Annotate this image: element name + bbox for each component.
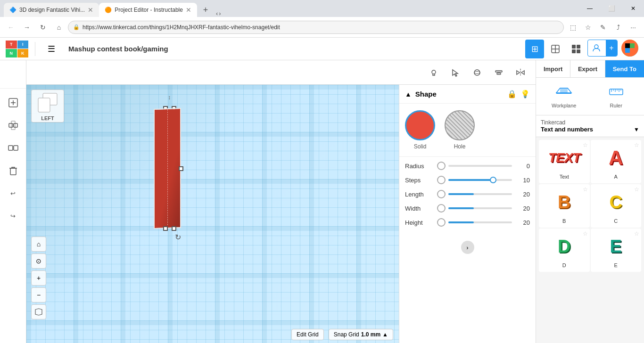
hamburger-menu-button[interactable]: ☰ [42, 40, 61, 58]
workplane-button[interactable]: Workplane [540, 82, 588, 111]
snap-grid-dropdown-icon[interactable]: ▲ [382, 331, 388, 338]
home-button[interactable]: ⌂ [52, 20, 66, 34]
back-button[interactable]: ← [4, 20, 18, 34]
handle-bottom-left[interactable] [163, 226, 168, 231]
width-knob[interactable] [437, 204, 446, 212]
view-cube-box[interactable]: LEFT [31, 90, 64, 122]
radius-knob[interactable] [437, 162, 446, 170]
gallery-button[interactable] [567, 40, 586, 58]
tab-scroll-right[interactable]: › [219, 10, 221, 17]
fit-view-button[interactable]: ⊙ [31, 253, 46, 269]
home-view-button[interactable]: ⌂ [31, 237, 46, 252]
light-toggle-button[interactable] [424, 63, 443, 82]
nav-bar: ← → ↻ ⌂ 🔒 https://www.tinkercad.com/thin… [0, 17, 644, 38]
new-tab-button[interactable]: + [197, 3, 214, 17]
new-shape-button[interactable] [3, 92, 24, 113]
share-button[interactable]: ⤴ [611, 20, 625, 34]
build-mode-button[interactable] [546, 40, 565, 58]
shape-item-d[interactable]: ☆ D D [539, 229, 590, 272]
orbit-tool-button[interactable] [468, 63, 487, 82]
scroll-right-button[interactable]: › [461, 241, 474, 254]
import-button[interactable]: Import [536, 60, 570, 77]
e-shape-star[interactable]: ☆ [634, 230, 639, 237]
svg-marker-29 [517, 71, 520, 74]
snap-grid-control[interactable]: Snap Grid 1.0 mm ▲ [329, 329, 393, 340]
tab-1[interactable]: 🔷 3D design Fantastic Vihi... ✕ [4, 3, 99, 17]
hole-label: Hole [454, 143, 466, 150]
minimize-button[interactable]: — [579, 0, 601, 17]
shape-item-a[interactable]: ☆ A A [591, 140, 642, 183]
red-shape-wrapper[interactable]: ↻ [154, 108, 181, 229]
add-user-button[interactable]: + [606, 40, 617, 56]
orbit-tool-icon [472, 68, 482, 77]
address-bar[interactable]: 🔒 https://www.tinkercad.com/things/1H2Mn… [68, 21, 564, 34]
zoom-in-button[interactable]: + [31, 270, 46, 286]
align-tool-button[interactable] [489, 63, 508, 82]
close-button[interactable]: ✕ [622, 0, 644, 17]
text-shape-star[interactable]: ☆ [583, 142, 588, 148]
tab-scroll-left[interactable]: ‹ [216, 10, 218, 17]
shape-item-c[interactable]: ☆ C C [591, 184, 642, 228]
mirror-tool-button[interactable] [511, 63, 530, 82]
handle-mid-right[interactable] [179, 166, 183, 171]
collapse-panel-button[interactable]: ▲ [405, 90, 412, 98]
reading-view-button[interactable]: ⬚ [566, 20, 580, 34]
group-button[interactable] [3, 115, 24, 136]
tab-2[interactable]: 🟠 Project Editor - Instructable ✕ [99, 3, 197, 17]
a-shape-star[interactable]: ☆ [634, 142, 639, 148]
perspective-button[interactable] [31, 304, 46, 319]
maximize-button[interactable]: ⬜ [601, 0, 622, 17]
width-track[interactable] [448, 207, 512, 209]
steps-track[interactable] [448, 179, 512, 181]
send-to-button[interactable]: Send To [605, 60, 644, 77]
steps-knob[interactable] [437, 176, 446, 184]
ungroup-button[interactable] [3, 138, 24, 158]
c-shape-star[interactable]: ☆ [634, 186, 639, 193]
zoom-out-button[interactable]: − [31, 287, 46, 302]
redo-button[interactable]: ↪ [3, 205, 24, 226]
collections-button[interactable]: ✎ [596, 20, 610, 34]
tinkercad-logo[interactable]: T I N K [6, 41, 28, 57]
length-track[interactable] [448, 193, 512, 195]
rotate-handle[interactable]: ↻ [175, 233, 181, 242]
library-source: Tinkercad [541, 119, 639, 126]
e-shape-thumb: E [599, 232, 632, 261]
favorites-button[interactable]: ☆ [581, 20, 595, 34]
ruler-button[interactable]: Ruler [592, 82, 641, 111]
avatar[interactable] [621, 40, 638, 57]
d-shape-star[interactable]: ☆ [583, 230, 588, 237]
tab2-close-icon[interactable]: ✕ [186, 6, 191, 14]
length-knob[interactable] [437, 190, 446, 198]
info-panel-icon[interactable]: 💡 [520, 90, 530, 98]
solid-option[interactable]: Solid [405, 110, 435, 150]
select-tool-button[interactable] [446, 63, 465, 82]
shape-item-text[interactable]: ☆ TEXT Text [539, 140, 590, 183]
tab1-close-icon[interactable]: ✕ [88, 6, 93, 14]
height-track[interactable] [448, 221, 512, 223]
radius-track[interactable] [448, 165, 512, 167]
shape-item-b[interactable]: ☆ B B [539, 184, 590, 228]
ungroup-icon [8, 142, 19, 154]
undo-button[interactable]: ↩ [3, 183, 24, 204]
delete-button[interactable] [3, 160, 24, 181]
app-layout: T I N K ☰ Mashup contest book/gaming ⊞ [0, 38, 644, 343]
edit-grid-button[interactable]: Edit Grid [291, 329, 324, 340]
b-shape-star[interactable]: ☆ [583, 186, 588, 193]
export-button[interactable]: Export [570, 60, 604, 77]
hole-option[interactable]: Hole [445, 110, 475, 150]
reload-button[interactable]: ↻ [36, 20, 50, 34]
more-button[interactable]: ··· [626, 20, 640, 34]
red-3d-shape[interactable] [154, 108, 181, 229]
grid-view-button[interactable]: ⊞ [525, 40, 544, 58]
steps-thumb[interactable] [490, 177, 496, 183]
svg-rect-18 [11, 121, 15, 130]
height-knob[interactable] [437, 218, 446, 227]
handle-bottom-right[interactable] [172, 226, 176, 231]
canvas-area[interactable]: LEFT ↕ [26, 85, 399, 343]
lock-panel-icon[interactable]: 🔒 [507, 90, 517, 98]
library-dropdown-button[interactable]: ▼ [634, 126, 639, 133]
user-profile-button[interactable] [588, 40, 605, 56]
shape-item-e[interactable]: ☆ E E [591, 229, 642, 272]
view-cube[interactable]: LEFT [31, 90, 64, 122]
forward-button[interactable]: → [20, 20, 34, 34]
